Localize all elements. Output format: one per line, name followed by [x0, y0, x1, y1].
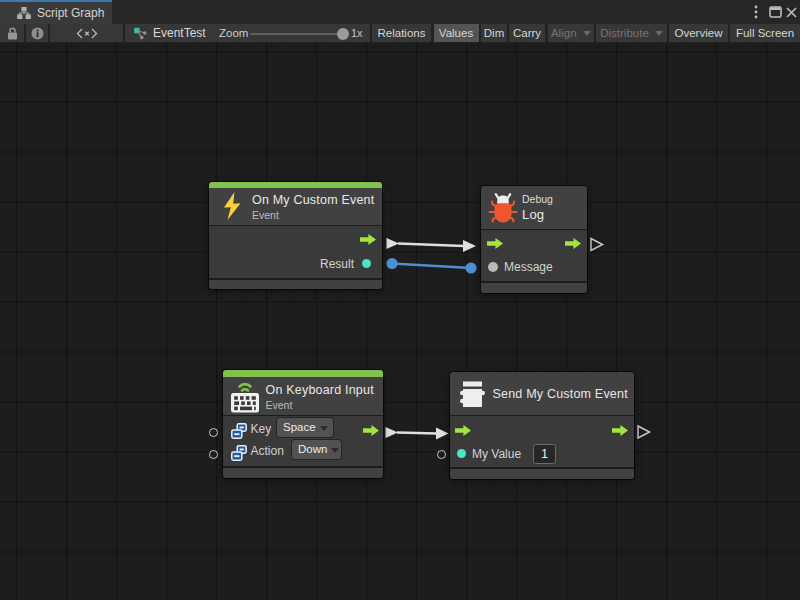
node-footer	[450, 467, 635, 479]
my-value-text: 1	[541, 447, 548, 461]
key-dropdown-value: Space	[283, 421, 316, 433]
send-event-continuation-triangle	[638, 426, 650, 438]
align-button[interactable]: Align	[548, 24, 595, 42]
machine-unit-icon	[458, 380, 486, 408]
control-output-port[interactable]	[565, 238, 581, 249]
code-angle-icon	[76, 28, 98, 39]
control-input-port[interactable]	[455, 425, 471, 436]
script-graph-window: Script Graph	[0, 0, 800, 600]
graph-toolbar: EventTest Zoom 1x Relations Values Dim C…	[0, 24, 800, 43]
key-dropdown-caret-icon	[320, 426, 328, 431]
action-outer-socket[interactable]	[209, 450, 218, 459]
message-port-label: Message	[504, 260, 553, 274]
action-port-label: Action	[251, 444, 284, 458]
node-footer	[209, 278, 382, 290]
lightning-bolt-icon	[217, 190, 247, 222]
node-surtitle: Debug	[522, 193, 553, 205]
lock-button[interactable]	[0, 24, 24, 42]
distribute-caret-icon	[655, 31, 663, 36]
node-on-keyboard-input[interactable]: On Keyboard Input Event Key Space	[223, 370, 383, 478]
control-connection-2	[386, 427, 449, 440]
my-value-input[interactable]: 1	[533, 444, 556, 465]
enum-type-icon	[231, 423, 247, 439]
connections-layer	[0, 43, 800, 600]
node-subtitle: Event	[266, 399, 293, 411]
control-connection-1	[387, 238, 477, 252]
my-value-port[interactable]	[457, 449, 466, 458]
message-value-port[interactable]	[488, 262, 498, 272]
action-dropdown-caret-icon	[331, 448, 339, 453]
align-caret-icon	[583, 31, 591, 36]
node-title: Log	[522, 207, 544, 222]
debug-log-continuation-triangle	[591, 239, 603, 251]
key-outer-socket[interactable]	[209, 428, 218, 437]
control-input-port[interactable]	[487, 238, 503, 249]
kebab-menu-icon[interactable]	[748, 0, 764, 24]
graph-name[interactable]: EventTest	[153, 26, 206, 40]
full-screen-button[interactable]: Full Screen	[730, 24, 800, 42]
overview-button[interactable]: Overview	[669, 24, 728, 42]
distribute-button[interactable]: Distribute	[596, 24, 667, 42]
node-debug-log[interactable]: Debug Log Message	[481, 186, 587, 293]
distribute-label: Distribute	[600, 27, 649, 39]
relations-button[interactable]: Relations	[372, 24, 431, 42]
tab-bar: Script Graph	[0, 0, 800, 24]
result-value-port[interactable]	[362, 259, 371, 268]
enum-type-icon	[231, 445, 247, 461]
zoom-slider-track[interactable]	[250, 33, 344, 35]
node-send-my-custom-event[interactable]: Send My Custom Event My Value 1	[450, 372, 635, 479]
result-port-label: Result	[320, 257, 354, 271]
bug-icon	[488, 193, 518, 224]
node-on-my-custom-event[interactable]: On My Custom Event Event Result	[209, 182, 382, 290]
dim-button[interactable]: Dim	[481, 24, 507, 42]
zoom-slider-handle[interactable]	[337, 28, 349, 40]
my-value-outer-socket[interactable]	[437, 450, 446, 459]
tab-title: Script Graph	[37, 6, 104, 20]
node-title: On My Custom Event	[252, 193, 374, 207]
graph-asset-icon	[133, 27, 147, 40]
zoom-value: 1x	[351, 24, 363, 42]
control-output-port[interactable]	[360, 234, 376, 245]
zoom-label: Zoom	[219, 24, 248, 42]
control-output-port[interactable]	[612, 425, 628, 436]
info-icon	[31, 27, 44, 40]
my-value-port-label: My Value	[472, 447, 521, 461]
node-footer	[481, 281, 587, 293]
key-dropdown[interactable]: Space	[277, 418, 333, 437]
value-connection	[386, 258, 476, 274]
code-view-button[interactable]	[50, 24, 123, 42]
graph-hierarchy-icon	[17, 6, 31, 20]
close-icon[interactable]	[783, 0, 799, 24]
info-button[interactable]	[26, 24, 48, 42]
lock-icon	[7, 27, 18, 40]
keyboard-signal-icon	[228, 379, 262, 414]
maximize-icon[interactable]	[767, 0, 783, 24]
values-button[interactable]: Values	[434, 24, 479, 42]
node-title: Send My Custom Event	[493, 387, 628, 401]
action-dropdown-value: Down	[298, 443, 327, 455]
node-title: On Keyboard Input	[266, 383, 374, 397]
key-port-label: Key	[251, 422, 272, 436]
graph-canvas[interactable]: On My Custom Event Event Result	[0, 43, 800, 600]
action-dropdown[interactable]: Down	[292, 440, 341, 459]
node-footer	[223, 466, 383, 478]
node-subtitle: Event	[252, 209, 279, 221]
carry-button[interactable]: Carry	[509, 24, 545, 42]
control-output-port[interactable]	[363, 425, 379, 436]
tab-script-graph[interactable]: Script Graph	[0, 0, 112, 24]
align-label: Align	[551, 27, 577, 39]
